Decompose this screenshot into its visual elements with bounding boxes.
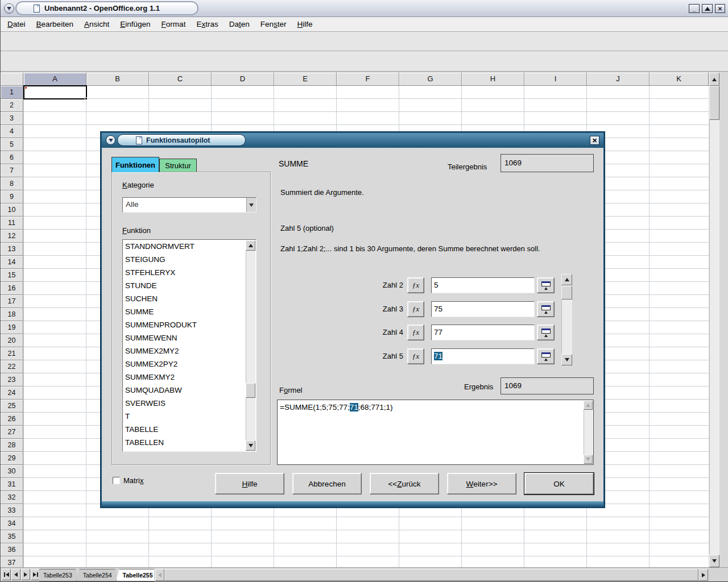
shrink-button[interactable] <box>537 301 555 317</box>
row-header-5[interactable]: 5 <box>1 138 23 151</box>
column-header-A[interactable]: A <box>24 73 86 86</box>
menu-datei[interactable]: Datei <box>7 20 26 28</box>
column-header-B[interactable]: B <box>86 73 149 86</box>
tab-funktionen[interactable]: Funktionen <box>111 157 159 172</box>
function-item-sverweis[interactable]: SVERWEIS <box>123 397 246 410</box>
param-input[interactable]: 71 <box>431 348 535 364</box>
row-header-35[interactable]: 35 <box>1 530 23 543</box>
formula-edit-box[interactable]: =SUMME(1;5;75;77;71;68;771;1) <box>277 400 594 465</box>
function-item-stunde[interactable]: STUNDE <box>123 280 246 293</box>
fill-handle[interactable] <box>85 97 88 100</box>
list-scrollbar-thumb[interactable] <box>246 383 255 398</box>
function-item-standnormvert[interactable]: STANDNORMVERT <box>123 240 246 253</box>
column-header-C[interactable]: C <box>149 73 212 86</box>
dialog-menu-button[interactable] <box>106 135 115 145</box>
row-header-16[interactable]: 16 <box>1 282 23 295</box>
column-header-H[interactable]: H <box>462 73 524 86</box>
close-button[interactable]: ✕ <box>715 4 725 13</box>
maximize-button[interactable] <box>702 4 713 13</box>
column-header-I[interactable]: I <box>524 73 587 86</box>
zurück-button[interactable]: << Zurück <box>370 473 439 494</box>
column-header-K[interactable]: K <box>650 73 709 86</box>
ok-button[interactable]: OK <box>524 473 594 494</box>
row-header-3[interactable]: 3 <box>1 112 23 125</box>
function-item-summexmy2[interactable]: SUMMEXMY2 <box>123 371 246 384</box>
previous-sheet-button[interactable] <box>11 569 20 580</box>
param-input[interactable]: 77 <box>431 325 535 340</box>
column-header-G[interactable]: G <box>399 73 462 86</box>
scroll-right-button[interactable] <box>698 569 708 581</box>
row-header-2[interactable]: 2 <box>1 99 23 112</box>
row-header-6[interactable]: 6 <box>1 151 23 164</box>
row-header-23[interactable]: 23 <box>1 373 23 386</box>
row-header-12[interactable]: 12 <box>1 230 23 243</box>
scroll-down-button[interactable] <box>246 440 255 451</box>
weiter-button[interactable]: Weiter >> <box>447 473 516 494</box>
fx-button[interactable]: ƒx <box>407 301 424 317</box>
function-item-summewenn[interactable]: SUMMEWENN <box>123 332 246 345</box>
function-item-stfehleryx[interactable]: STFEHLERYX <box>123 267 246 280</box>
window-menu-button[interactable] <box>4 3 14 14</box>
row-header-7[interactable]: 7 <box>1 164 23 177</box>
vertical-scrollbar-thumb[interactable] <box>709 86 719 120</box>
column-header-E[interactable]: E <box>274 73 337 86</box>
vertical-scrollbar[interactable] <box>709 73 719 567</box>
row-header-4[interactable]: 4 <box>1 125 23 138</box>
row-header-30[interactable]: 30 <box>1 465 23 478</box>
hilfe-button[interactable]: Hilfe <box>215 473 284 494</box>
function-item-summex2py2[interactable]: SUMMEX2PY2 <box>123 358 246 371</box>
row-header-11[interactable]: 11 <box>1 217 23 230</box>
parameter-scrollbar-thumb[interactable] <box>561 286 572 300</box>
function-item-tabelle[interactable]: TABELLE <box>123 423 246 436</box>
row-header-17[interactable]: 17 <box>1 295 23 308</box>
menu-format[interactable]: Format <box>162 20 186 28</box>
row-header-34[interactable]: 34 <box>1 517 23 530</box>
row-header-19[interactable]: 19 <box>1 321 23 334</box>
dialog-close-button[interactable]: ✕ <box>590 136 599 145</box>
matrix-checkbox[interactable] <box>113 477 120 484</box>
fx-button[interactable]: ƒx <box>407 325 424 340</box>
horizontal-scrollbar-thumb[interactable] <box>164 569 698 581</box>
row-header-20[interactable]: 20 <box>1 334 23 347</box>
function-item-steigung[interactable]: STEIGUNG <box>123 253 246 267</box>
shrink-button[interactable] <box>537 348 555 364</box>
scroll-down-button[interactable] <box>584 455 593 464</box>
function-listbox[interactable]: STANDNORMVERTSTEIGUNGSTFEHLERYXSTUNDESUC… <box>122 239 257 452</box>
scroll-up-button[interactable] <box>561 274 572 285</box>
sheet-tab-tabelle253[interactable]: Tabelle253 <box>39 569 79 581</box>
function-item-summex2my2[interactable]: SUMMEX2MY2 <box>123 345 246 358</box>
row-header-10[interactable]: 10 <box>1 203 23 217</box>
row-header-8[interactable]: 8 <box>1 177 23 190</box>
row-header-14[interactable]: 14 <box>1 256 23 269</box>
list-scrollbar[interactable] <box>246 240 255 451</box>
menu-einfügen[interactable]: Einfügen <box>120 20 150 28</box>
function-item-suchen[interactable]: SUCHEN <box>123 293 246 306</box>
row-header-27[interactable]: 27 <box>1 426 23 439</box>
category-combo[interactable]: Alle <box>122 197 257 213</box>
shrink-button[interactable] <box>537 325 555 340</box>
first-sheet-button[interactable] <box>2 569 11 580</box>
tab-struktur[interactable]: Struktur <box>159 159 197 172</box>
function-item-summe[interactable]: SUMME <box>123 306 246 319</box>
menu-ansicht[interactable]: Ansicht <box>84 20 109 28</box>
menu-bearbeiten[interactable]: Bearbeiten <box>36 20 73 28</box>
function-item-tabellen[interactable]: TABELLEN <box>123 436 246 450</box>
sheet-tab-tabelle255[interactable]: Tabelle255 <box>116 569 154 581</box>
row-header-15[interactable]: 15 <box>1 269 23 282</box>
column-header-D[interactable]: D <box>212 73 274 86</box>
chevron-down-icon[interactable] <box>246 198 256 212</box>
row-header-29[interactable]: 29 <box>1 452 23 465</box>
function-item-sumquadabw[interactable]: SUMQUADABW <box>123 384 246 397</box>
scroll-down-button[interactable] <box>709 555 719 567</box>
column-header-F[interactable]: F <box>337 73 399 86</box>
row-header-36[interactable]: 36 <box>1 543 23 556</box>
scroll-left-button[interactable] <box>155 569 164 581</box>
row-header-1[interactable]: 1 <box>1 86 23 99</box>
menu-hilfe[interactable]: Hilfe <box>297 20 313 28</box>
menu-daten[interactable]: Daten <box>229 20 250 28</box>
row-header-31[interactable]: 31 <box>1 478 23 491</box>
param-input[interactable]: 5 <box>431 277 535 293</box>
row-header-33[interactable]: 33 <box>1 504 23 517</box>
shrink-button[interactable] <box>537 277 555 293</box>
fx-button[interactable]: ƒx <box>407 277 424 293</box>
